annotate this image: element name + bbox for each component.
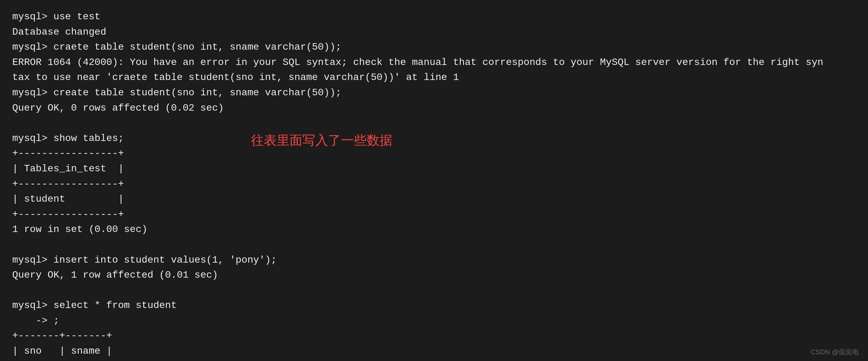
- line-1: mysql> use test Database changed mysql> …: [12, 11, 823, 361]
- watermark-text: CSDN @侃侃电: [811, 348, 859, 357]
- terminal-window: mysql> use test Database changed mysql> …: [0, 0, 868, 361]
- annotation-text: 往表里面写入了一些数据: [251, 132, 392, 149]
- terminal-output: mysql> use test Database changed mysql> …: [12, 9, 856, 361]
